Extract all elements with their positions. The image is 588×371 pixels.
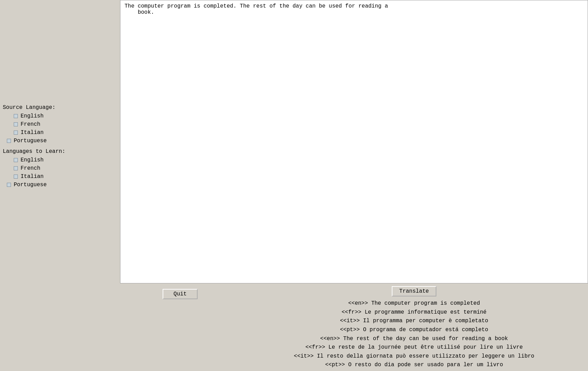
sidebar: Source Language: English French Italian … xyxy=(0,0,120,371)
learn-lang-french-checkbox[interactable] xyxy=(14,166,18,170)
source-lang-italian[interactable]: Italian xyxy=(0,128,120,137)
source-lang-french-label: French xyxy=(21,121,40,127)
translation-line-3: <<pt>> O programa de computador está com… xyxy=(340,326,488,335)
translation-line-4: <<en>> The rest of the day can be used f… xyxy=(320,335,508,344)
learn-lang-italian-checkbox[interactable] xyxy=(14,175,18,179)
source-lang-italian-label: Italian xyxy=(21,130,44,136)
source-lang-french-checkbox[interactable] xyxy=(14,122,18,126)
source-lang-english[interactable]: English xyxy=(0,112,120,120)
bottom-center: Translate <<en>> The computer program is… xyxy=(240,286,588,370)
learn-lang-french[interactable]: French xyxy=(0,164,120,172)
learn-language-label: Languages to Learn: xyxy=(0,147,120,156)
learn-lang-italian-label: Italian xyxy=(21,173,44,180)
learn-lang-portuguese-label: Portuguese xyxy=(14,182,47,188)
translation-line-0: <<en>> The computer program is completed xyxy=(348,299,480,308)
translation-line-7: <<pt>> O resto do dia pode ser usado par… xyxy=(325,361,503,370)
learn-lang-french-label: French xyxy=(21,165,40,171)
learn-lang-portuguese-checkbox[interactable] xyxy=(7,183,11,187)
bottom-row: Quit Translate <<en>> The computer progr… xyxy=(120,286,588,370)
source-lang-english-checkbox[interactable] xyxy=(14,114,18,118)
translation-line-5: <<fr>> Le reste de la journée peut être … xyxy=(305,343,523,352)
learn-lang-italian[interactable]: Italian xyxy=(0,172,120,181)
bottom-panel: Quit Translate <<en>> The computer progr… xyxy=(120,283,588,371)
learn-lang-english-label: English xyxy=(21,157,44,163)
learn-lang-english[interactable]: English xyxy=(0,156,120,164)
translation-line-2: <<it>> Il programma per computer è compl… xyxy=(340,317,488,326)
main-layout: Source Language: English French Italian … xyxy=(0,0,588,371)
translation-results: <<en>> The computer program is completed… xyxy=(294,299,534,370)
source-lang-portuguese-label: Portuguese xyxy=(14,138,47,144)
source-lang-portuguese-checkbox[interactable] xyxy=(7,139,11,143)
learn-lang-portuguese[interactable]: Portuguese xyxy=(0,181,120,189)
source-lang-italian-checkbox[interactable] xyxy=(14,131,18,135)
source-lang-english-label: English xyxy=(21,113,44,119)
quit-button-area: Quit xyxy=(120,286,240,302)
content-area: The computer program is completed. The r… xyxy=(120,0,588,371)
source-lang-french[interactable]: French xyxy=(0,120,120,128)
quit-button[interactable]: Quit xyxy=(163,289,198,299)
learn-lang-english-checkbox[interactable] xyxy=(14,158,18,162)
translation-line-6: <<it>> Il resto della giornata può esser… xyxy=(294,352,534,361)
source-language-label: Source Language: xyxy=(0,103,120,112)
translation-line-1: <<fr>> Le programme informatique est ter… xyxy=(342,308,486,317)
text-display[interactable]: The computer program is completed. The r… xyxy=(120,0,588,283)
translate-button[interactable]: Translate xyxy=(392,286,436,296)
source-lang-portuguese[interactable]: Portuguese xyxy=(0,137,120,145)
